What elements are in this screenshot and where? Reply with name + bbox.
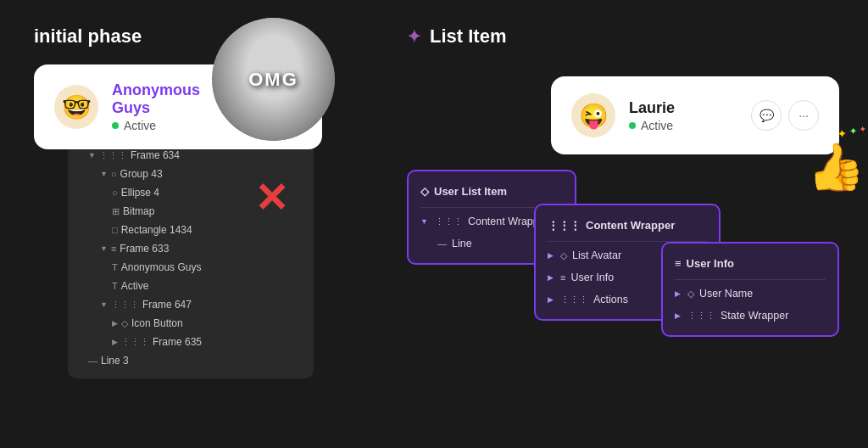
panel-item[interactable]: ▶ ◇ User Name <box>663 283 837 305</box>
arrow-icon: ▼ <box>420 217 428 226</box>
header-icon: ◇ <box>420 185 429 198</box>
right-title: ✦ List Item <box>407 25 856 48</box>
panel-left-header: ◇ User List Item <box>409 180 575 204</box>
arrow-icon: ▶ <box>675 289 681 298</box>
arrow-icon: ▶ <box>548 273 554 282</box>
status-dot <box>112 122 119 129</box>
tree-item[interactable]: T Anonymous Guys <box>68 258 314 277</box>
right-user-name: Laurie <box>629 99 737 117</box>
left-layer-tree: ▼ ▭ Frame 637 ▼ ⋮⋮⋮ Frame 634 ▼ ○ Group … <box>68 119 314 378</box>
tree-item[interactable]: T Active <box>68 277 314 295</box>
bars-icon: ⋮⋮⋮ <box>435 216 463 227</box>
bars-icon: ⋮⋮⋮ <box>687 311 715 322</box>
arrow-icon: ▶ <box>548 295 554 304</box>
tree-item[interactable]: ▶ ◇ Icon Button <box>68 314 314 333</box>
tree-item[interactable]: ▼ ≡ Frame 633 <box>68 239 314 258</box>
left-avatar: 🤓 <box>54 85 98 129</box>
right-avatar: 😜 <box>571 93 615 137</box>
sparkle-icon: ✦ <box>407 26 421 47</box>
omg-label: OMG <box>248 69 298 91</box>
bars-icon: ⋮⋮⋮ <box>560 294 588 305</box>
more-icon-right: ··· <box>798 109 809 122</box>
tree-item[interactable]: □ Rectangle 1434 <box>68 221 314 239</box>
left-user-status: Active <box>112 119 220 132</box>
status-dot-right <box>629 122 636 129</box>
thumbs-up-character: 👍 ✦ ✦ ✦ <box>804 137 866 198</box>
header-lines-icon: ≡ <box>675 257 682 270</box>
panel-middle-header: ⋮⋮⋮ Content Wrapper <box>536 214 719 238</box>
arrow-icon: ▶ <box>548 251 554 260</box>
right-user-info: Laurie Active <box>629 99 737 132</box>
tree-item[interactable]: ▼ ⋮⋮⋮ Frame 647 <box>68 295 314 314</box>
panel-right-header: ≡ User Info <box>663 252 837 277</box>
lines-icon: ≡ <box>560 272 565 283</box>
left-user-info: Anonymous Guys Active <box>112 81 220 132</box>
tree-item: — Line 3 <box>68 351 314 370</box>
diamond-icon: ◇ <box>687 288 694 300</box>
line-icon: — <box>437 238 447 249</box>
right-more-button[interactable]: ··· <box>788 100 819 131</box>
panel-item[interactable]: ▶ ⋮⋮⋮ State Wrapper <box>663 305 837 327</box>
right-card-actions: 💬 ··· <box>751 100 819 131</box>
right-section: ✦ List Item 😜 Laurie Active 💬 ··· ◇ User <box>407 25 856 64</box>
left-section: initial phase 🤓 Anonymous Guys Active 💬 … <box>34 25 390 149</box>
chat-icon-right: 💬 <box>760 109 774 122</box>
panel-user-info: ≡ User Info ▶ ◇ User Name ▶ ⋮⋮⋮ State Wr… <box>661 242 839 337</box>
x-mark: ✕ <box>254 174 288 221</box>
right-user-status: Active <box>629 119 737 132</box>
tree-item[interactable]: ▶ ⋮⋮⋮ Frame 635 <box>68 333 314 351</box>
right-chat-button[interactable]: 💬 <box>751 100 782 131</box>
diamond-icon: ◇ <box>560 250 567 261</box>
header-bars-icon: ⋮⋮⋮ <box>548 219 581 232</box>
right-user-card: 😜 Laurie Active 💬 ··· <box>551 76 839 154</box>
arrow-icon: ▶ <box>675 311 681 320</box>
divider <box>675 279 826 280</box>
omg-cat-container: OMG <box>212 18 335 141</box>
left-user-name: Anonymous Guys <box>112 81 220 117</box>
